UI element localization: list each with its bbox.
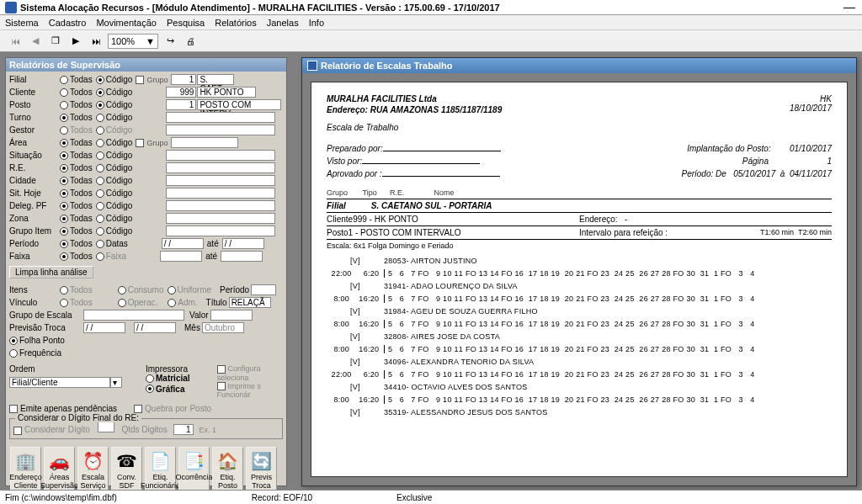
- radio-gestor-todos[interactable]: Todos: [60, 125, 93, 135]
- grupoitem-input[interactable]: [166, 225, 275, 236]
- radio-re-todos[interactable]: Todos: [60, 163, 93, 172]
- posto-nome-input[interactable]: POSTO COM INTERV: [197, 99, 281, 110]
- radio-situacao-todas[interactable]: Todas: [60, 151, 93, 160]
- next-page-button[interactable]: ▶: [67, 33, 84, 50]
- considerar-val-input[interactable]: [98, 422, 114, 432]
- posto-codigo-input[interactable]: 1: [166, 99, 196, 110]
- radio-vinculo-adm[interactable]: Adm.: [168, 298, 197, 307]
- zoom-select[interactable]: 100%▼: [108, 34, 158, 49]
- prev-page-button[interactable]: ◀: [27, 33, 44, 50]
- qtds-input[interactable]: 1: [173, 424, 194, 435]
- radio-area-todas[interactable]: Todas: [60, 138, 93, 147]
- cliente-codigo-input[interactable]: 999: [166, 87, 196, 98]
- re-input[interactable]: [166, 162, 275, 173]
- periodo2-input[interactable]: [251, 284, 276, 295]
- previsao-ate-input[interactable]: / /: [134, 322, 176, 333]
- previsao-de-input[interactable]: / /: [83, 322, 125, 333]
- radio-posto-codigo[interactable]: Código: [96, 100, 133, 109]
- radio-area-codigo[interactable]: Código: [96, 138, 133, 147]
- grupoescala-input[interactable]: [83, 310, 184, 321]
- periodo-ate-input[interactable]: / /: [222, 238, 264, 249]
- delegpf-input[interactable]: [166, 200, 275, 211]
- chk-filial-grupo[interactable]: [136, 76, 144, 84]
- radio-itens-todos[interactable]: Todos: [60, 285, 93, 294]
- limpa-linha-button[interactable]: Limpa linha análise: [9, 266, 93, 279]
- radio-posto-todos[interactable]: Todos: [60, 100, 93, 109]
- chk-emite[interactable]: [9, 405, 18, 413]
- first-page-button[interactable]: ⏮: [7, 33, 24, 50]
- chk-configura[interactable]: [217, 365, 226, 374]
- area-input[interactable]: [171, 137, 238, 148]
- icon-etiq-funcionario[interactable]: 📄Etiq.Funcionário: [145, 447, 176, 494]
- chk-quebra[interactable]: [134, 405, 142, 413]
- radio-re-codigo[interactable]: Código: [96, 163, 133, 172]
- radio-cidade-codigo[interactable]: Código: [96, 176, 133, 185]
- radio-cliente-codigo[interactable]: Código: [96, 88, 133, 97]
- radio-cidade-todas[interactable]: Todas: [60, 176, 93, 185]
- chk-imprimes[interactable]: [217, 382, 226, 390]
- icon-ocorrencia[interactable]: 📑Ocorrência: [178, 447, 210, 494]
- radio-gestor-codigo[interactable]: Código: [96, 125, 133, 135]
- menu-movimentacao[interactable]: Movimentação: [96, 18, 157, 28]
- cidade-input[interactable]: [166, 175, 275, 186]
- print-button[interactable]: 🖨: [182, 33, 199, 50]
- zona-input[interactable]: [166, 213, 275, 224]
- radio-grupoitem-codigo[interactable]: Código: [96, 226, 133, 236]
- icon-conv-sdf[interactable]: ☎Conv.SDF: [111, 447, 142, 494]
- ordem-filialcliente-input[interactable]: Filial/Cliente: [9, 377, 110, 388]
- periodo-de-input[interactable]: / /: [162, 238, 204, 249]
- icon-escala-servico[interactable]: ⏰EscalaServiço: [77, 447, 109, 494]
- radio-faixa-faixa[interactable]: Faixa: [96, 252, 126, 261]
- icon-areas-supervisao[interactable]: 🚗ÁreasSupervisão: [44, 447, 75, 494]
- faixa-ate-input[interactable]: [221, 251, 263, 262]
- icon-previs-troca[interactable]: 🔄PrevisTroca: [246, 447, 277, 494]
- radio-frequencia[interactable]: Frequência: [9, 348, 61, 358]
- radio-grupoitem-todos[interactable]: Todos: [60, 226, 93, 236]
- radio-sithoje-todos[interactable]: Todos: [60, 188, 93, 198]
- menu-info[interactable]: Info: [309, 18, 324, 28]
- radio-itens-uniforme[interactable]: Uniforme: [168, 285, 212, 294]
- icon-endereco-cliente[interactable]: 🏢EndereçoCliente: [10, 447, 41, 494]
- radio-zona-codigo[interactable]: Código: [96, 214, 133, 223]
- minimize-button[interactable]: —: [842, 2, 857, 13]
- radio-grafica[interactable]: Gráfica: [146, 385, 184, 394]
- faixa-de-input[interactable]: [160, 251, 202, 262]
- radio-matricial[interactable]: Matricial: [146, 374, 190, 383]
- radio-delegpf-todos[interactable]: Todos: [60, 201, 93, 210]
- situacao-input[interactable]: [166, 150, 275, 161]
- radio-sithoje-codigo[interactable]: Código: [96, 188, 133, 198]
- radio-filial-todas[interactable]: Todas: [60, 75, 93, 84]
- cliente-nome-input[interactable]: HK PONTO: [197, 87, 256, 98]
- exit-button[interactable]: ↪: [162, 33, 178, 50]
- filial-codigo-input[interactable]: 1: [171, 74, 196, 85]
- mes-input[interactable]: Outubro: [202, 322, 244, 333]
- chk-considerar-digito[interactable]: [13, 427, 22, 435]
- valor-input[interactable]: [210, 310, 253, 321]
- menu-sistema[interactable]: Sistema: [5, 18, 39, 28]
- radio-filial-codigo[interactable]: Código: [96, 75, 133, 84]
- gestor-input[interactable]: [166, 125, 275, 135]
- radio-faixa-todos[interactable]: Todos: [60, 252, 93, 261]
- menu-pesquisa[interactable]: Pesquisa: [167, 18, 205, 28]
- radio-folhaponto[interactable]: Folha Ponto: [9, 336, 65, 345]
- radio-zona-todas[interactable]: Todas: [60, 214, 93, 223]
- radio-turno-codigo[interactable]: Código: [96, 113, 133, 122]
- turno-input[interactable]: [166, 112, 275, 123]
- last-page-button[interactable]: ⏭: [88, 33, 104, 50]
- radio-periodo-todos[interactable]: Todos: [60, 239, 93, 248]
- menu-relatorios[interactable]: Relatórios: [215, 18, 257, 28]
- radio-delegpf-codigo[interactable]: Código: [96, 201, 133, 210]
- menu-cadastro[interactable]: Cadastro: [49, 18, 87, 28]
- radio-vinculo-todos[interactable]: Todos: [60, 298, 93, 307]
- radio-cliente-todos[interactable]: Todos: [60, 88, 93, 97]
- report-window-titlebar[interactable]: Relatório de Escalas Trabalho: [302, 58, 856, 73]
- goto-page-button[interactable]: ❐: [47, 33, 64, 50]
- ordem-dropdown-icon[interactable]: ▾: [110, 377, 122, 388]
- chk-area-grupo[interactable]: [136, 139, 144, 147]
- titulo-input[interactable]: RELAÇÃ: [229, 297, 271, 308]
- icon-etiq-posto[interactable]: 🏠Etiq.Posto: [212, 447, 243, 494]
- radio-itens-consumo[interactable]: Consumo: [118, 285, 164, 294]
- radio-periodo-datas[interactable]: Datas: [96, 239, 128, 248]
- menu-janelas[interactable]: Janelas: [267, 18, 299, 28]
- sithoje-input[interactable]: [166, 188, 275, 199]
